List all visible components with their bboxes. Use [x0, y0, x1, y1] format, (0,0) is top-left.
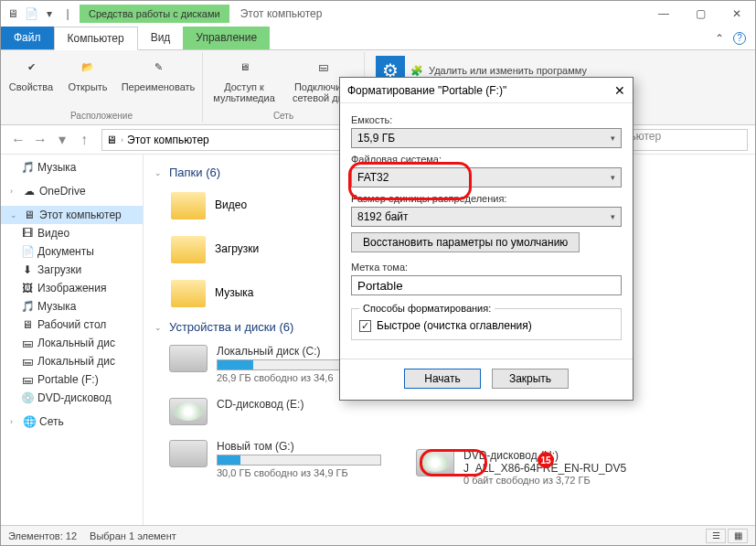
- status-selection: Выбран 1 элемент: [90, 530, 176, 541]
- dvd-icon: [416, 449, 454, 476]
- breadcrumb-label: Этот компьютер: [127, 134, 209, 146]
- start-button[interactable]: Начать: [404, 369, 481, 389]
- programs-icon: 🧩: [410, 65, 423, 77]
- contextual-tab-badge: Средства работы с дисками: [80, 5, 229, 23]
- media-access-button[interactable]: 🖥Доступ к мультимедиа: [207, 54, 282, 103]
- drive-icon: [169, 345, 208, 372]
- tree-item-desktop[interactable]: 🖥Рабочий стол: [1, 316, 143, 334]
- tab-computer[interactable]: Компьютер: [54, 27, 138, 50]
- view-details-button[interactable]: ☰: [706, 529, 726, 543]
- pc-icon: 🖥: [6, 7, 19, 20]
- tree-item-network[interactable]: ›🌐Сеть: [1, 412, 143, 431]
- ribbon-help: ⌃ ?: [715, 27, 755, 49]
- drive-h[interactable]: DVD-дисковод (H:) J_ALL_X86-64FRE_EN-RU_…: [401, 442, 744, 493]
- drive-icon: [169, 440, 208, 467]
- window-title: Этот компьютер: [229, 7, 323, 20]
- filesystem-select[interactable]: FAT32▾: [351, 167, 622, 187]
- pc-icon: 🖥: [106, 134, 117, 146]
- divider: |: [61, 7, 74, 20]
- tree-item-portable[interactable]: 🖴Portable (F:): [1, 370, 143, 389]
- ribbon-tabs: Файл Компьютер Вид Управление ⌃ ?: [1, 27, 755, 50]
- view-icons-button[interactable]: ▦: [728, 529, 748, 543]
- ribbon-collapse-icon[interactable]: ⌃: [715, 32, 724, 45]
- help-icon[interactable]: ?: [733, 32, 746, 45]
- tree-item-video[interactable]: 🎞Видео: [1, 224, 143, 242]
- qat-chevron-icon[interactable]: ▾: [43, 7, 56, 20]
- open-button[interactable]: 📂Открыть: [61, 54, 114, 92]
- folder-icon: [169, 232, 208, 265]
- close-dialog-button[interactable]: Закрыть: [492, 369, 569, 389]
- chevron-down-icon: ▾: [611, 173, 615, 182]
- checkbox-icon: ✓: [359, 320, 371, 332]
- nav-forward-button[interactable]: →: [30, 130, 50, 150]
- tree-item-localc[interactable]: 🖴Локальный дис: [1, 334, 143, 352]
- rename-button[interactable]: ✎Переименовать: [118, 54, 198, 92]
- tree-item-localg[interactable]: 🖴Локальный дис: [1, 352, 143, 370]
- tree-item-pictures[interactable]: 🖼Изображения: [1, 279, 143, 297]
- restore-defaults-button[interactable]: Восстановить параметры по умолчанию: [351, 232, 580, 252]
- allocation-label: Размер единицы распределения:: [351, 193, 622, 204]
- capacity-select[interactable]: 15,9 ГБ▾: [351, 128, 622, 148]
- ribbon-group-location: ✔Свойства 📂Открыть ✎Переименовать Распол…: [1, 52, 203, 123]
- nav-recent-chevron-icon[interactable]: ▾: [52, 130, 72, 150]
- close-button[interactable]: ✕: [719, 1, 755, 27]
- tree-item-music2[interactable]: 🎵Музыка: [1, 297, 143, 316]
- tab-manage[interactable]: Управление: [183, 27, 270, 49]
- maximize-button[interactable]: ▢: [682, 1, 719, 27]
- tree-item-music[interactable]: 🎵Музыка: [1, 158, 143, 177]
- dialog-title-bar: Форматирование "Portable (F:)" ✕: [340, 78, 633, 103]
- volume-label-input[interactable]: [351, 275, 622, 295]
- minimize-button[interactable]: —: [645, 1, 682, 27]
- doc-icon: 📄: [25, 7, 37, 20]
- chevron-right-icon: ›: [121, 135, 123, 145]
- navigation-tree: 🎵Музыка ›☁OneDrive ⌄🖥Этот компьютер 🎞Вид…: [1, 155, 144, 525]
- group-label-network: Сеть: [273, 111, 293, 123]
- status-bar: Элементов: 12 Выбран 1 элемент ☰ ▦: [1, 525, 755, 545]
- folder-icon: [169, 276, 208, 309]
- tree-item-docs[interactable]: 📄Документы: [1, 242, 143, 261]
- dialog-close-icon[interactable]: ✕: [614, 83, 625, 98]
- allocation-select[interactable]: 8192 байт▾: [351, 207, 622, 227]
- dialog-title: Форматирование "Portable (F:)": [347, 84, 506, 97]
- quick-format-checkbox[interactable]: ✓ Быстрое (очистка оглавления): [359, 319, 613, 332]
- tab-view[interactable]: Вид: [138, 27, 184, 49]
- tree-item-downloads[interactable]: ⬇Загрузки: [1, 261, 143, 279]
- format-methods-legend: Способы форматирования:: [359, 303, 495, 314]
- nav-up-button[interactable]: ↑: [74, 130, 94, 150]
- tree-item-thispc[interactable]: ⌄🖥Этот компьютер: [1, 206, 143, 224]
- quick-access-toolbar: 🖥 📄 ▾ |: [1, 7, 80, 20]
- dialog-button-row: Начать Закрыть: [340, 359, 633, 400]
- properties-button[interactable]: ✔Свойства: [5, 54, 58, 92]
- window-controls: — ▢ ✕: [645, 1, 755, 27]
- status-count: Элементов: 12: [8, 530, 77, 541]
- capacity-label: Емкость:: [351, 114, 622, 125]
- search-input[interactable]: пьютер: [620, 129, 748, 151]
- folder-icon: [169, 188, 208, 221]
- format-methods-group: Способы форматирования: ✓ Быстрое (очист…: [351, 303, 622, 340]
- volume-label-label: Метка тома:: [351, 262, 622, 273]
- tab-file[interactable]: Файл: [1, 27, 54, 49]
- chevron-down-icon: ▾: [611, 212, 615, 221]
- group-label-location: Расположение: [70, 111, 133, 123]
- chevron-down-icon: ▾: [611, 134, 615, 143]
- format-dialog: Форматирование "Portable (F:)" ✕ Емкость…: [339, 77, 634, 401]
- dvd-icon: [169, 398, 208, 425]
- nav-back-button[interactable]: ←: [8, 130, 28, 150]
- annotation-badge-15: 15: [538, 452, 554, 468]
- filesystem-label: Файловая система:: [351, 154, 622, 165]
- tree-item-dvd[interactable]: 💿DVD-дисковод: [1, 389, 143, 407]
- title-bar: 🖥 📄 ▾ | Средства работы с дисками Этот к…: [1, 1, 755, 27]
- tree-item-onedrive[interactable]: ›☁OneDrive: [1, 182, 143, 200]
